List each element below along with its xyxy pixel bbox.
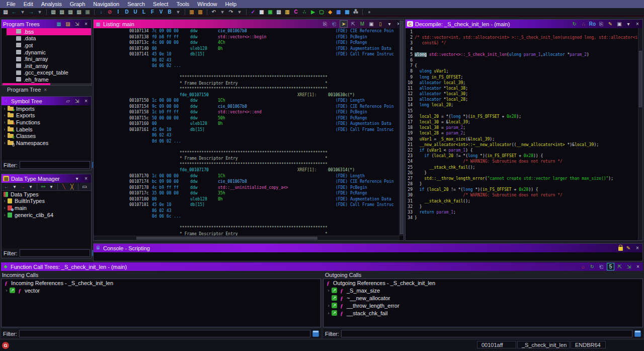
back-arrow-icon[interactable]: ← bbox=[3, 183, 10, 190]
menu-window[interactable]: Window bbox=[194, 1, 220, 8]
decompile-line[interactable]: 27 std::__throw_length_error("cannot cre… bbox=[406, 176, 642, 181]
decompile-line[interactable]: 19 local_28 = param_2; bbox=[406, 130, 642, 136]
outgoing-call-item[interactable]: ›↗ƒ__throw_length_error bbox=[324, 302, 642, 309]
listing-row[interactable]: ****************************************… bbox=[94, 86, 404, 92]
listing-row[interactable]: 001071347c 09 00 00ddwcie_001067b8(FDE) … bbox=[94, 28, 404, 34]
program-tree-item[interactable]: .data bbox=[2, 35, 91, 42]
decompile-body[interactable]: 12/* std::vector<int, std::allocator<int… bbox=[406, 28, 642, 240]
symbol-tree-item[interactable]: ›()Namespaces bbox=[2, 139, 91, 147]
decompile-line[interactable]: 21 __new_allocator<int>::~__new_allocato… bbox=[406, 142, 642, 148]
outgoing-call-item[interactable]: ›↗ƒ_S_max_size bbox=[324, 287, 642, 294]
decompile-line[interactable]: 25 __stack_chk_fail(); bbox=[406, 165, 642, 170]
symbol-tree-item[interactable]: ›●Labels bbox=[2, 126, 91, 133]
decompile-line[interactable]: 5ulong std::vector<>::_S_check_init_len(… bbox=[406, 52, 642, 57]
diamond-icon[interactable]: ◆ bbox=[327, 9, 334, 16]
decompile-line[interactable]: 4 bbox=[406, 46, 642, 52]
dtm-filter-input[interactable] bbox=[20, 249, 90, 257]
program-tree-item[interactable]: .dynamic bbox=[2, 49, 91, 56]
depth-badge[interactable]: 5 bbox=[607, 263, 614, 270]
back-dropdown-icon[interactable]: ▾ bbox=[19, 9, 26, 16]
expand-arrow-icon[interactable]: › bbox=[2, 205, 8, 210]
letter-b-icon[interactable]: B bbox=[166, 9, 173, 16]
listing-row[interactable]: 86 02 43 bbox=[94, 132, 404, 138]
listing-row[interactable]: ****************************************… bbox=[94, 225, 404, 231]
diff-view-icon[interactable]: M bbox=[359, 21, 366, 27]
close-icon[interactable]: × bbox=[634, 245, 641, 251]
menu-graph[interactable]: Graph bbox=[66, 1, 89, 8]
decompile-line[interactable]: 14 long local_20; bbox=[406, 102, 642, 108]
menu-tools[interactable]: Tools bbox=[173, 1, 193, 8]
listing-row[interactable]: 0d 06 6c ... bbox=[94, 214, 404, 220]
pull-down-icon[interactable]: ↓ bbox=[98, 9, 105, 16]
decompile-line[interactable]: 22 if (uVar1 < param_1) { bbox=[406, 148, 642, 153]
listing-row[interactable]: 0010714145 0e 10db[15](FDE) Call Frame I… bbox=[94, 51, 404, 57]
listing-row[interactable]: fde_00107170XREF[1]:00106314(*) bbox=[94, 167, 404, 173]
script-manager-icon[interactable]: ▣ bbox=[267, 9, 274, 16]
undo-icon[interactable]: ↶ bbox=[210, 9, 217, 16]
filter-pointers-icon[interactable]: ╳ bbox=[68, 183, 75, 190]
expand-arrow-icon[interactable]: › bbox=[4, 288, 10, 293]
save-tree-icon[interactable]: ▦ bbox=[55, 21, 62, 27]
outgoing-root-row[interactable]: ƒOutgoing References - _S_check_init_len bbox=[324, 279, 642, 287]
decompile-line[interactable]: 11 allocator *local_38; bbox=[406, 86, 642, 91]
disassemble-icon[interactable]: ▤ bbox=[58, 9, 65, 16]
expand-arrow-icon[interactable]: › bbox=[2, 113, 8, 118]
letter-v-icon[interactable]: V bbox=[157, 9, 165, 16]
menu-analysis[interactable]: Analysis bbox=[38, 1, 65, 8]
dropdown-icon[interactable]: ▾ bbox=[625, 21, 632, 27]
expand-arrow-icon[interactable]: › bbox=[2, 120, 8, 125]
decompile-line[interactable]: 12 allocator *local_30; bbox=[406, 91, 642, 97]
import-tree-icon[interactable]: ⇲ bbox=[73, 21, 80, 27]
outgoing-call-item[interactable]: ↗ƒ~__new_allocator bbox=[324, 294, 642, 302]
dtm-header[interactable]: ▤ Data Type Manager ▾ × bbox=[2, 174, 91, 183]
snapshot-memory-icon[interactable]: ▣ bbox=[84, 9, 91, 16]
decompile-line[interactable]: 16 local_20 = *(long *)(in_FS_OFFSET + 0… bbox=[406, 114, 642, 119]
decompile-vscrollbar[interactable] bbox=[638, 28, 642, 240]
dtm-root-item[interactable]: Data Types bbox=[2, 191, 91, 198]
program-tree-item[interactable]: .got bbox=[2, 42, 91, 49]
validate-icon[interactable]: ✓ bbox=[250, 9, 257, 16]
listing-row[interactable]: 001071701c 00 00 00ddw1Ch(FDE) Length bbox=[94, 173, 404, 179]
listing-row[interactable]: 00107174bc 09 00 00ddwcie_001067b8(FDE) … bbox=[94, 179, 404, 185]
preview-window-icon[interactable]: ▭ bbox=[81, 183, 88, 190]
table-edit-icon[interactable]: ▩ bbox=[344, 9, 351, 16]
listing-row[interactable]: 0010718145 0e 10db[15](FDE) Call Frame I… bbox=[94, 202, 404, 208]
close-icon[interactable]: × bbox=[634, 263, 641, 270]
graph-icon[interactable]: ∴ bbox=[580, 21, 587, 27]
expand-arrow-icon[interactable]: › bbox=[2, 198, 8, 203]
refresh-icon[interactable]: ↻ bbox=[589, 263, 596, 270]
listing-row[interactable]: ****************************************… bbox=[94, 162, 404, 168]
listing-row[interactable]: 001071549c 09 00 00ddwcie_001067b8(FDE) … bbox=[94, 104, 404, 110]
listing-row[interactable]: 001071501c 00 00 00ddw1Ch(FDE) Length bbox=[94, 98, 404, 104]
decompile-line[interactable]: 1 bbox=[406, 29, 642, 35]
back-dropdown-icon[interactable]: ▾ bbox=[11, 183, 18, 190]
console-output[interactable] bbox=[94, 252, 642, 261]
patch2-icon[interactable]: ▥ bbox=[197, 9, 204, 16]
program-tree-item[interactable]: .gcc_except_table bbox=[2, 69, 91, 77]
decompile-line[interactable]: 8 ulong uVar1; bbox=[406, 68, 642, 74]
cpp-icon[interactable]: C bbox=[292, 9, 299, 16]
listing-row[interactable]: 86 02 43 bbox=[94, 208, 404, 214]
symbol-tree-header[interactable]: ⁖ Symbol Tree ▱ ⇲ × bbox=[2, 97, 91, 105]
decompile-line[interactable]: 9 long in_FS_OFFSET; bbox=[406, 75, 642, 80]
save-icon[interactable]: ▤ bbox=[2, 9, 9, 16]
listing-row[interactable]: 001071581c b9 ff ffddwstd::vector<>::end… bbox=[94, 109, 404, 115]
edit-icon[interactable]: ✎ bbox=[607, 21, 614, 27]
menu-help[interactable]: Help bbox=[221, 1, 240, 8]
decompile-line[interactable]: 15 bbox=[406, 108, 642, 114]
listing-row[interactable]: 86 02 43 bbox=[94, 57, 404, 63]
cursor-location-icon[interactable]: ➤ bbox=[340, 20, 348, 28]
symbol-tree-item[interactable]: ›▾Imports bbox=[2, 105, 91, 112]
dropdown-icon[interactable]: ▾ bbox=[386, 21, 393, 27]
window-green-icon[interactable]: ▢ bbox=[318, 9, 325, 16]
listing-row[interactable]: 00107138f0 b8 ff ffddwstd::vector<>::beg… bbox=[94, 34, 404, 40]
program-tree-item[interactable]: .fini_array bbox=[2, 55, 91, 62]
listing-row[interactable]: 0010714000uleb1280h(FDE) Augmentation Da… bbox=[94, 46, 404, 52]
letter-u-icon[interactable]: U bbox=[132, 9, 139, 16]
listing-row[interactable]: * Frame Descriptor Entry * bbox=[94, 156, 404, 162]
incoming-call-item[interactable]: ›↗ƒvector bbox=[2, 287, 320, 294]
snapshot-icon[interactable]: ▣ bbox=[368, 21, 375, 27]
hierarchy-icon[interactable]: ⁂ bbox=[352, 9, 359, 16]
decompile-line[interactable]: 28 } bbox=[406, 181, 642, 187]
field-formatter-icon[interactable]: ⇱ bbox=[350, 21, 357, 27]
